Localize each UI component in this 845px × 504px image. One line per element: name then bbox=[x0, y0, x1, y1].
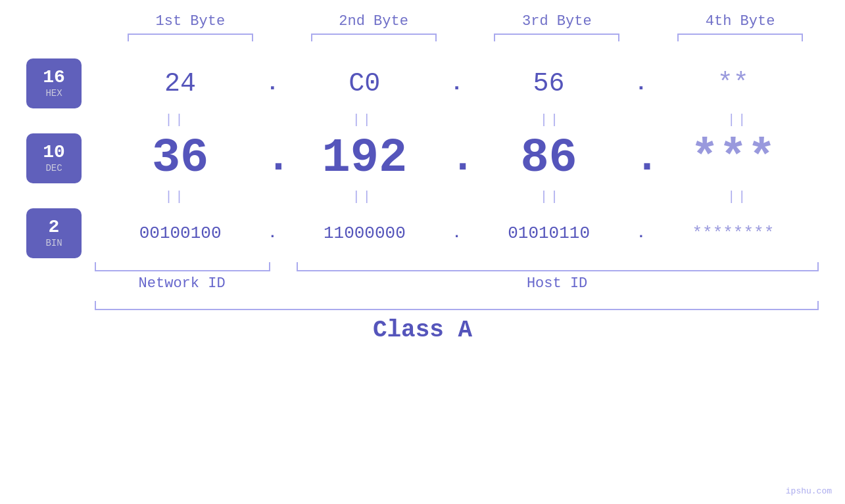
hex-dot-2: . bbox=[450, 72, 464, 96]
class-label: Class A bbox=[26, 317, 819, 344]
bracket-top-2 bbox=[311, 34, 437, 41]
bracket-bottom-area bbox=[26, 262, 819, 271]
hex-row: 16 HEX 24 . C0 . 56 . ** bbox=[26, 58, 819, 108]
hex-badge: 16 HEX bbox=[26, 58, 82, 108]
bracket-network bbox=[95, 262, 270, 271]
class-bracket bbox=[95, 301, 819, 310]
equals-row-2: || || || || bbox=[26, 188, 819, 206]
dec-dot-1: . bbox=[266, 135, 279, 182]
byte2-label: 2nd Byte bbox=[339, 13, 408, 30]
hex-badge-base: HEX bbox=[45, 88, 62, 99]
equals-2-b2: || bbox=[282, 188, 443, 206]
bracket-top-3 bbox=[494, 34, 619, 41]
bottom-section: Network ID Host ID bbox=[26, 262, 819, 292]
bin-values-row: 00100100 . 11000000 . 01010110 . *******… bbox=[95, 223, 819, 243]
equals-row-1: || || || || bbox=[26, 111, 819, 129]
hex-dot-1: . bbox=[266, 72, 279, 96]
main-container: 1st Byte 2nd Byte 3rd Byte 4th Byte 16 bbox=[0, 0, 845, 504]
byte-col-4: 4th Byte bbox=[662, 13, 819, 41]
bin-badge-base: BIN bbox=[45, 238, 62, 248]
bracket-top-1 bbox=[128, 34, 253, 41]
dec-dot-2: . bbox=[450, 135, 464, 182]
bin-b4: ******** bbox=[648, 223, 819, 243]
header-row: 1st Byte 2nd Byte 3rd Byte 4th Byte bbox=[26, 13, 819, 41]
byte3-label: 3rd Byte bbox=[522, 13, 592, 30]
bin-b3: 01010110 bbox=[464, 223, 635, 243]
bin-dot-2: . bbox=[450, 225, 464, 242]
equals-2-b4: || bbox=[658, 188, 819, 206]
dec-b3: 86 bbox=[464, 131, 635, 185]
bin-badge-number: 2 bbox=[49, 218, 60, 237]
hex-b3: 56 bbox=[464, 69, 635, 99]
bin-dot-1: . bbox=[266, 225, 279, 242]
bin-b2: 11000000 bbox=[279, 223, 450, 243]
equals-1-b4: || bbox=[658, 111, 819, 129]
equals-2-b1: || bbox=[95, 188, 256, 206]
equals-cols-2: || || || || bbox=[95, 188, 819, 206]
bin-row: 2 BIN 00100100 . 11000000 . 01010110 . *… bbox=[26, 208, 819, 258]
hex-b4: ** bbox=[648, 69, 819, 99]
dec-values-row: 36 . 192 . 86 . *** bbox=[95, 131, 819, 185]
byte-columns: 1st Byte 2nd Byte 3rd Byte 4th Byte bbox=[112, 13, 819, 41]
hex-badge-number: 16 bbox=[43, 68, 65, 87]
class-section: Class A bbox=[26, 301, 819, 344]
bin-b1: 00100100 bbox=[95, 223, 266, 243]
dec-row: 10 DEC 36 . 192 . 86 . *** bbox=[26, 131, 819, 185]
host-id-label: Host ID bbox=[295, 275, 819, 292]
equals-1-b3: || bbox=[470, 111, 631, 129]
dec-dot-3: . bbox=[635, 135, 648, 182]
dec-badge-number: 10 bbox=[43, 143, 65, 162]
byte4-label: 4th Byte bbox=[706, 13, 775, 30]
equals-2-b3: || bbox=[470, 188, 631, 206]
hex-values-row: 24 . C0 . 56 . ** bbox=[95, 69, 819, 99]
byte1-label: 1st Byte bbox=[156, 13, 226, 30]
class-bracket-row bbox=[26, 301, 819, 310]
dec-badge: 10 DEC bbox=[26, 133, 82, 183]
dec-b1: 36 bbox=[95, 131, 266, 185]
hex-dot-3: . bbox=[635, 72, 648, 96]
class-label-row: Class A bbox=[26, 317, 819, 344]
watermark: ipshu.com bbox=[786, 486, 832, 496]
network-id-label: Network ID bbox=[95, 275, 269, 292]
dec-b2: 192 bbox=[279, 131, 450, 185]
equals-1-b1: || bbox=[95, 111, 256, 129]
hex-b1: 24 bbox=[95, 69, 266, 99]
bracket-top-4 bbox=[677, 34, 803, 41]
byte-col-1: 1st Byte bbox=[112, 13, 269, 41]
labels-row: Network ID Host ID bbox=[26, 275, 819, 292]
equals-1-b2: || bbox=[282, 111, 443, 129]
hex-b2: C0 bbox=[279, 69, 450, 99]
bba-content bbox=[95, 262, 819, 271]
dec-badge-base: DEC bbox=[45, 163, 62, 173]
bin-badge: 2 BIN bbox=[26, 208, 82, 258]
byte-col-2: 2nd Byte bbox=[295, 13, 452, 41]
bracket-host bbox=[297, 262, 819, 271]
equals-cols-1: || || || || bbox=[95, 111, 819, 129]
byte-col-3: 3rd Byte bbox=[479, 13, 636, 41]
dec-b4: *** bbox=[648, 131, 819, 185]
bin-dot-3: . bbox=[635, 225, 648, 242]
